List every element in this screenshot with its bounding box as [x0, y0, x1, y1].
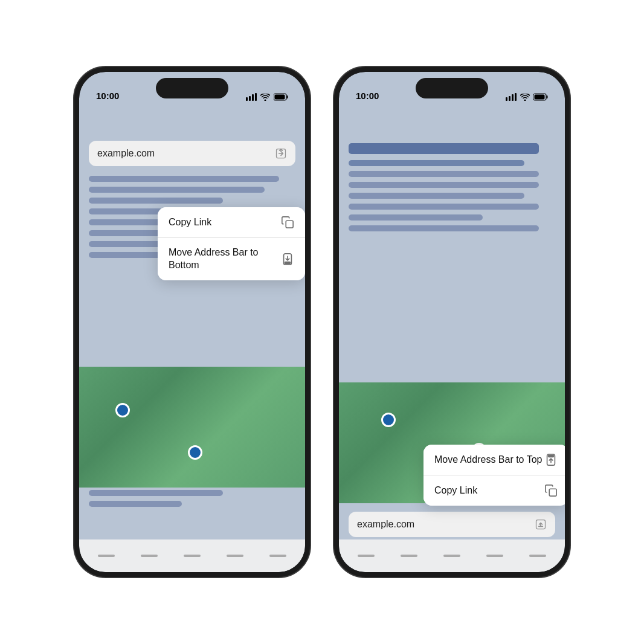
content-area-right: Move Address Bar to Top Copy Link: [339, 105, 565, 572]
share-icon-left: [275, 147, 287, 159]
map-dot-1-right: [381, 413, 396, 427]
tab-3-left: [184, 555, 201, 557]
dynamic-island-left: [156, 78, 228, 98]
svg-rect-20: [549, 489, 556, 496]
tab-4-right: [486, 555, 503, 557]
svg-rect-10: [285, 262, 290, 263]
svg-rect-6: [275, 95, 285, 100]
move-top-label-right: Move Address Bar to Top: [434, 454, 542, 466]
signal-icon-left: [246, 93, 257, 101]
copy-link-label-right: Copy Link: [434, 485, 477, 497]
copy-link-icon-left: [281, 216, 294, 229]
tab-1-right: [358, 555, 375, 557]
tab-5-right: [529, 555, 546, 557]
copy-link-label-left: Copy Link: [169, 216, 211, 229]
phones-container: 10:00: [74, 67, 570, 577]
tab-5-left: [269, 555, 286, 557]
tab-3-right: [443, 555, 460, 557]
wifi-icon-right: [520, 94, 530, 101]
map-dot-1-left: [115, 403, 130, 417]
menu-item-move-top-right[interactable]: Move Address Bar to Top: [423, 445, 565, 475]
signal-icon-right: [506, 93, 517, 101]
map-dot-2-left: [188, 445, 202, 460]
context-menu-right: Move Address Bar to Top Copy Link: [423, 445, 565, 506]
svg-rect-19: [548, 456, 553, 457]
status-icons-right: [506, 93, 548, 101]
address-bar-right[interactable]: example.com: [349, 512, 555, 537]
move-bottom-label-left: Move Address Bar to Bottom: [169, 246, 281, 272]
phone-left: 10:00: [74, 67, 310, 577]
svg-rect-3: [255, 93, 257, 101]
move-bottom-icon-left: [281, 253, 294, 266]
battery-icon-left: [274, 93, 288, 101]
phone-right: 10:00: [334, 67, 570, 577]
share-icon-right: [535, 518, 547, 530]
bottom-content-left: [89, 490, 295, 512]
svg-rect-12: [509, 96, 510, 101]
phone-right-screen: 10:00: [339, 72, 565, 572]
menu-item-move-bottom-left[interactable]: Move Address Bar to Bottom: [158, 238, 305, 280]
address-text-left: example.com: [97, 148, 155, 159]
tab-2-right: [401, 555, 417, 557]
menu-item-copy-link-left[interactable]: Copy Link: [158, 207, 305, 238]
svg-rect-2: [252, 94, 254, 101]
blurred-content-right-top: [339, 143, 565, 231]
content-area-left: example.com: [79, 105, 305, 572]
svg-rect-13: [512, 94, 514, 101]
svg-rect-11: [506, 97, 507, 101]
tab-bar-left: [79, 539, 305, 572]
svg-rect-8: [286, 221, 293, 228]
time-right: 10:00: [356, 91, 379, 101]
battery-icon-right: [533, 93, 548, 101]
move-top-icon-right: [544, 453, 558, 466]
svg-rect-16: [547, 95, 548, 98]
map-area-left: [79, 367, 305, 488]
svg-rect-5: [287, 95, 288, 98]
svg-rect-1: [249, 96, 251, 101]
tab-1-left: [98, 555, 115, 557]
context-menu-left: Copy Link Move Address Bar to Bottom: [158, 207, 305, 280]
time-left: 10:00: [96, 91, 119, 101]
copy-link-icon-right: [544, 484, 558, 497]
svg-rect-0: [246, 97, 248, 101]
wifi-icon-left: [260, 94, 270, 101]
address-bar-left[interactable]: example.com: [89, 141, 295, 166]
svg-rect-14: [515, 93, 517, 101]
tab-4-left: [227, 555, 243, 557]
dynamic-island-right: [416, 78, 488, 98]
tab-bar-right: [339, 539, 565, 572]
address-text-right: example.com: [357, 519, 414, 530]
tab-2-left: [141, 555, 158, 557]
status-icons-left: [246, 93, 288, 101]
phone-left-screen: 10:00: [79, 72, 305, 572]
menu-item-copy-link-right[interactable]: Copy Link: [423, 475, 565, 506]
svg-rect-17: [535, 95, 545, 100]
